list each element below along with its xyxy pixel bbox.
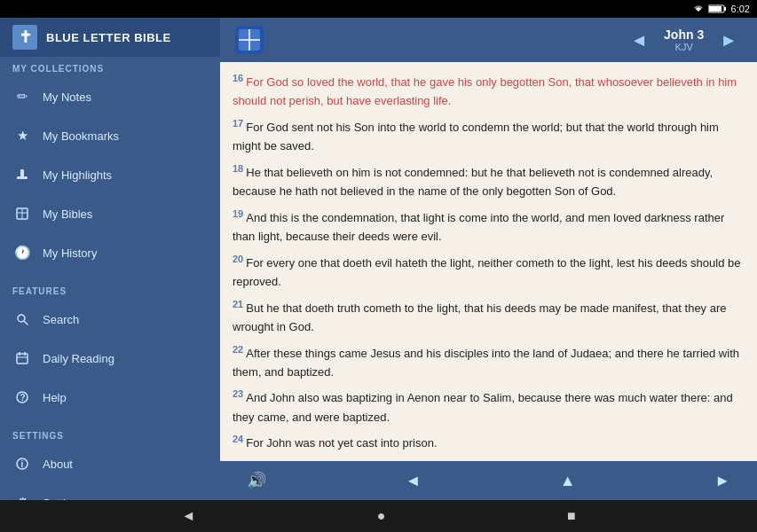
nav-label-my-history: My History [43,246,97,260]
verse-number: 21 [233,299,243,309]
verse-number: 22 [233,344,243,355]
sidebar-item-my-bookmarks[interactable]: ★ My Bookmarks [0,116,220,155]
next-chapter-button[interactable]: ► [713,27,745,54]
verse-number: 18 [233,163,243,174]
bottom-toolbar: 🔊 ◄ ▲ ► [220,461,757,500]
svg-line-9 [24,321,28,325]
verse-22[interactable]: 22After these things came Jesus and his … [233,342,745,382]
svg-rect-10 [17,354,28,364]
sidebar-item-settings[interactable]: ⚙ Settings [0,483,220,500]
back-button[interactable]: ◄ [397,466,430,496]
app-container: ✝ BLUE LETTER BIBLE MY COLLECTIONS ✏ My … [0,18,757,500]
verse-19[interactable]: 19And this is the condemnation, that lig… [233,207,745,246]
app-header: ✝ BLUE LETTER BIBLE [0,18,220,57]
status-time: 6:02 [731,4,750,14]
verse-number: 17 [233,118,243,129]
verse-text: For God sent not his Son into the world … [233,121,719,153]
prev-chapter-button[interactable]: ◄ [623,27,655,54]
verse-text: He that believeth on him is not condemne… [233,166,713,198]
nav-label-help: Help [43,391,67,404]
nav-label-my-bibles: My Bibles [43,207,92,221]
verse-17[interactable]: 17For God sent not his Son into the worl… [233,116,745,156]
bibles-icon [12,204,32,223]
book-title-block: John 3 KJV [664,27,704,52]
search-icon [12,309,32,329]
settings-icon: ⚙ [12,493,32,500]
verse-20[interactable]: 20For every one that doeth evil hateth t… [233,252,745,292]
daily-reading-icon [12,348,32,368]
app-title: BLUE LETTER BIBLE [46,31,171,44]
battery-icon [708,4,728,13]
verse-text-highlighted: For God so loved the world, that he gave… [233,75,737,107]
section-label-settings: SETTINGS [0,424,220,444]
verse-number: 20 [233,254,243,264]
bookmarks-icon: ★ [12,126,32,145]
verse-text: But he that doeth truth cometh to the li… [233,301,727,333]
nav-label-about: About [43,458,73,471]
speaker-button[interactable]: 🔊 [238,466,275,496]
sidebar-item-my-highlights[interactable]: My Highlights [0,155,220,194]
notes-icon: ✏ [12,87,32,106]
book-nav: ◄ John 3 KJV ► [623,27,745,54]
svg-rect-1 [724,7,726,11]
verse-text: And John also was baptizing in Aenon nea… [233,392,733,424]
nav-label-my-bookmarks: My Bookmarks [43,129,119,143]
svg-text:i: i [21,459,24,469]
nav-label-search: Search [43,313,79,326]
bible-text[interactable]: 16For God so loved the world, that he ga… [220,62,757,461]
sidebar-item-daily-reading[interactable]: Daily Reading [0,339,220,378]
sidebar-item-help[interactable]: ? Help [0,378,220,417]
main-content: ◄ John 3 KJV ► 16For God so loved the wo… [220,18,757,500]
nav-label-my-highlights: My Highlights [43,168,112,182]
verse-text: For every one that doeth evil hateth the… [233,256,740,288]
highlights-icon [12,165,32,184]
verse-23[interactable]: 23And John also was baptizing in Aenon n… [233,387,745,426]
verse-number: 19 [233,208,243,219]
svg-rect-4 [20,169,24,178]
verse-18[interactable]: 18He that believeth on him is not condem… [233,161,745,201]
sidebar-item-my-history[interactable]: 🕐 My History [0,233,220,272]
verse-number: 16 [233,73,243,83]
verse-24[interactable]: 24For John was not yet cast into prison. [233,432,745,453]
book-version: KJV [664,42,704,52]
back-nav-button[interactable]: ◄ [181,508,195,524]
status-icons: 6:02 [692,4,750,14]
help-icon: ? [12,387,32,407]
forward-button[interactable]: ► [706,466,739,496]
bible-logo [233,23,266,57]
content-header: ◄ John 3 KJV ► [220,18,757,62]
system-nav: ◄ ● ■ [0,500,757,532]
cross-icon: ✝ [19,27,32,47]
nav-label-daily-reading: Daily Reading [43,352,114,365]
verse-text: After these things came Jesus and his di… [233,347,739,379]
up-button[interactable]: ▲ [551,466,585,496]
verse-text: For John was not yet cast into prison. [246,437,437,450]
sidebar: ✝ BLUE LETTER BIBLE MY COLLECTIONS ✏ My … [0,18,220,500]
wifi-icon [692,4,705,13]
sidebar-item-about[interactable]: i About [0,444,220,483]
nav-label-my-notes: My Notes [43,90,91,104]
about-icon: i [12,454,32,473]
section-label-features: FEATURES [0,279,220,300]
section-label-collections: MY COLLECTIONS [0,57,220,77]
recent-nav-button[interactable]: ■ [567,508,576,524]
verse-text: And this is the condemnation, that light… [233,211,724,243]
svg-text:?: ? [20,393,26,403]
verse-number: 23 [233,388,243,399]
app-logo: ✝ [12,25,37,50]
sidebar-item-my-bibles[interactable]: My Bibles [0,194,220,233]
sidebar-item-my-notes[interactable]: ✏ My Notes [0,77,220,116]
history-icon: 🕐 [12,243,32,262]
sidebar-item-search[interactable]: Search [0,300,220,339]
verse-16[interactable]: 16For God so loved the world, that he ga… [233,71,745,111]
book-name: John 3 [664,27,704,42]
status-bar: 6:02 [0,0,757,18]
verse-number: 24 [233,434,243,444]
verse-21[interactable]: 21But he that doeth truth cometh to the … [233,297,745,337]
home-nav-button[interactable]: ● [377,508,386,524]
svg-rect-2 [709,6,722,12]
